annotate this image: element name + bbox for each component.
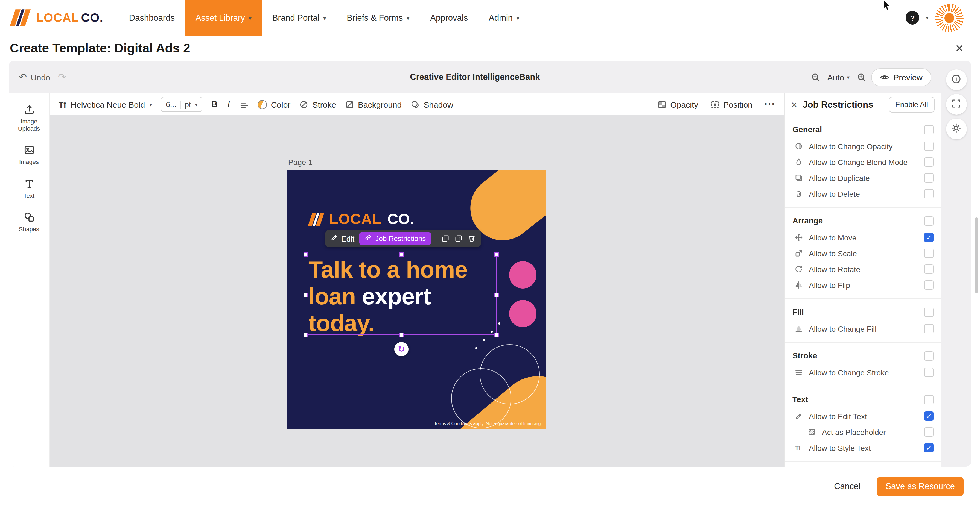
enable-all-button[interactable]: Enable All [889,97,935,113]
help-button[interactable]: ? [905,11,919,25]
font-size-select[interactable]: 6... pt ▾ [161,97,202,112]
restriction-checkbox[interactable] [924,280,934,290]
brand-logo[interactable]: LOCALCO. [10,0,103,35]
restriction-label: Allow to Flip [809,281,919,289]
restriction-allow-to-flip: Allow to Flip [792,277,934,293]
nav-item-approvals[interactable]: Approvals [420,0,478,35]
panel-close-icon[interactable]: × [791,100,797,109]
send-backward-icon[interactable] [454,235,462,243]
nav-item-briefs-forms[interactable]: Briefs & Forms ▾ [336,0,420,35]
restriction-checkbox[interactable] [924,265,934,274]
more-options-button[interactable]: ··· [765,99,775,110]
tool-image-uploads[interactable]: Image Uploads [9,100,49,136]
gear-icon [951,123,961,135]
restriction-allow-to-move: Allow to Move ✓ [792,230,934,245]
redo-button[interactable]: ↷ [58,71,66,83]
tool-text[interactable]: Text [9,174,49,203]
shadow-button[interactable]: Shadow [410,100,453,109]
selection-handle[interactable] [399,252,403,257]
undo-label: Undo [30,72,50,82]
tool-images[interactable]: Images [9,141,49,170]
zoom-out-icon[interactable] [811,72,820,82]
row-stroke-icon [794,368,803,376]
settings-button[interactable] [946,119,967,140]
bold-button[interactable]: B [212,100,218,109]
selection-handle[interactable] [495,252,499,257]
upload-icon [23,104,35,115]
page-scrollbar[interactable] [975,217,978,293]
align-icon[interactable] [240,100,249,109]
restriction-checkbox[interactable]: ✓ [924,233,934,242]
section-text: Text Allow to Edit Text ✓ Act as Placeho… [785,386,941,462]
tool-label: Images [19,159,39,166]
section-text-checkbox[interactable] [924,395,934,404]
delete-element-icon[interactable] [467,235,476,243]
chevron-down-icon: ▾ [847,74,850,80]
info-button[interactable] [946,70,967,90]
section-stroke-checkbox[interactable] [924,351,934,360]
cancel-button[interactable]: Cancel [834,481,861,491]
editor-canvas[interactable]: Page 1 [50,115,784,467]
font-size-value: 6... [166,100,177,109]
chevron-down-icon: ▾ [407,15,409,21]
save-as-resource-button[interactable]: Save as Resource [877,477,964,496]
preview-button[interactable]: Preview [871,68,931,86]
position-button[interactable]: Position [710,100,752,109]
avatar[interactable] [935,3,964,32]
ad-artboard[interactable]: LOCAL CO. Talk to a homeloan experttoday… [287,170,546,430]
restriction-checkbox[interactable] [924,157,934,167]
italic-button[interactable]: I [226,100,231,109]
opacity-button[interactable]: Opacity [657,100,698,109]
rotate-handle[interactable]: ↻ [394,342,409,356]
row-placeholder-icon [807,428,816,436]
restriction-checkbox[interactable] [924,368,934,377]
color-button[interactable]: Color [258,100,291,109]
selection-handle[interactable] [495,293,499,297]
job-restrictions-button[interactable]: Job Restrictions [359,232,431,245]
restriction-label: Allow to Change Fill [809,324,919,333]
nav-item-admin[interactable]: Admin ▾ [478,0,530,35]
nav-item-label: Brand Portal [272,13,320,23]
ad-logo: LOCAL CO. [308,211,415,228]
restriction-checkbox[interactable] [924,141,934,151]
zoom-in-icon[interactable] [857,72,866,82]
font-family-select[interactable]: Tf Helvetica Neue Bold ▾ [59,100,152,109]
resize-button[interactable] [946,94,967,115]
row-edit-text-icon [794,412,803,420]
chevron-down-icon: ▾ [249,15,251,21]
restriction-checkbox[interactable]: ✓ [924,411,934,421]
nav-item-label: Dashboards [129,13,175,23]
section-arrange-checkbox[interactable] [924,216,934,225]
bring-forward-icon[interactable] [441,235,449,243]
stroke-button[interactable]: Stroke [299,100,336,109]
tool-label: Image Uploads [10,118,48,133]
nav-item-brand-portal[interactable]: Brand Portal ▾ [262,0,336,35]
selection-handle[interactable] [304,293,308,297]
selection-handle[interactable] [304,252,308,257]
page-header: Create Template: Digital Ads 2 × [0,35,980,61]
tool-shapes[interactable]: Shapes [9,208,49,236]
section-fill-checkbox[interactable] [924,308,934,317]
chevron-down-icon[interactable]: ▾ [926,15,929,21]
stroke-label: Stroke [312,100,336,109]
restriction-checkbox[interactable] [924,173,934,182]
restriction-checkbox[interactable] [924,427,934,436]
text-selection-box[interactable] [306,255,496,335]
restriction-allow-to-edit-text: Allow to Edit Text ✓ [792,408,934,424]
row-flip-icon [794,281,803,289]
background-button[interactable]: Background [345,100,402,109]
selection-handle[interactable] [399,333,403,337]
restriction-checkbox[interactable] [924,189,934,198]
selection-handle[interactable] [495,333,499,337]
selection-handle[interactable] [304,333,308,337]
nav-item-asset-library[interactable]: Asset Library ▾ [185,0,262,35]
restriction-checkbox[interactable] [924,324,934,333]
edit-button[interactable]: Edit [330,234,355,243]
section-general-checkbox[interactable] [924,125,934,134]
restriction-checkbox[interactable]: ✓ [924,443,934,452]
restriction-checkbox[interactable] [924,249,934,258]
undo-button[interactable]: ↶ Undo [19,71,50,83]
nav-item-dashboards[interactable]: Dashboards [119,0,185,35]
zoom-select[interactable]: Auto ▾ [825,72,852,82]
close-icon[interactable]: × [955,41,964,55]
